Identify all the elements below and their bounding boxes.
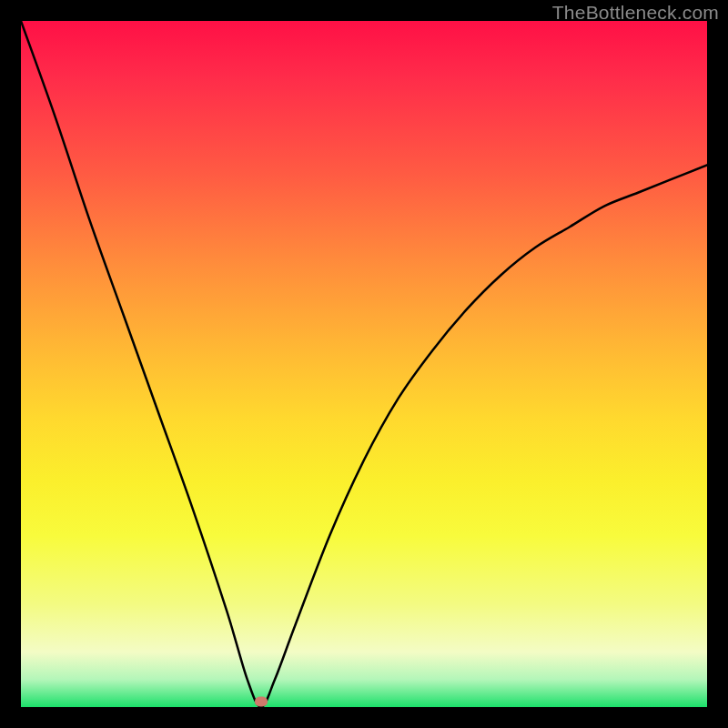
watermark-text: TheBottleneck.com: [552, 2, 719, 24]
bottleneck-minimum-marker: [255, 696, 268, 706]
bottleneck-curve: [21, 21, 707, 707]
plot-area: [21, 21, 707, 707]
chart-frame: TheBottleneck.com: [0, 0, 728, 728]
